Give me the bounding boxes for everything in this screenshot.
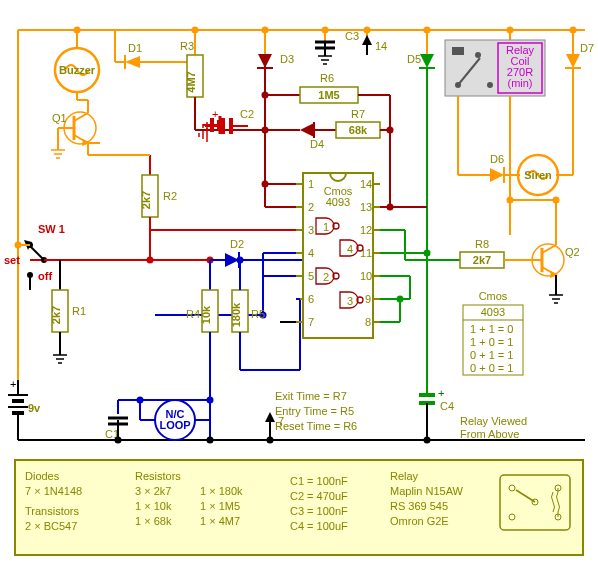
svg-point-199 [387, 204, 394, 211]
svg-point-204 [424, 250, 431, 257]
svg-text:13: 13 [360, 201, 372, 213]
c3-label: C3 [345, 30, 359, 42]
svg-text:Cmos: Cmos [479, 290, 508, 302]
sw-set-label: set [4, 254, 20, 266]
svg-text:5: 5 [308, 270, 314, 282]
svg-text:1: 1 [323, 221, 329, 233]
svg-text:7: 7 [308, 316, 314, 328]
r2-label: R2 [163, 190, 177, 202]
svg-text:LOOP: LOOP [159, 419, 190, 431]
r4-label: R4 [186, 308, 200, 320]
note-reset: Reset Time = R6 [275, 420, 357, 432]
svg-text:C4 =  100uF: C4 = 100uF [290, 520, 348, 532]
svg-point-69 [387, 127, 394, 134]
svg-text:1: 1 [308, 178, 314, 190]
note-exit: Exit Time = R7 [275, 390, 347, 402]
svg-text:10: 10 [360, 270, 372, 282]
bom-trans-h: Transistors [25, 505, 79, 517]
svg-text:14: 14 [360, 178, 372, 190]
svg-text:3: 3 [308, 224, 314, 236]
svg-point-254 [267, 437, 274, 444]
q2-label: Q2 [565, 246, 580, 258]
svg-point-252 [115, 437, 122, 444]
svg-point-34 [475, 52, 481, 58]
svg-text:1 + 1 = 0: 1 + 1 = 0 [470, 323, 513, 335]
svg-text:8: 8 [365, 316, 371, 328]
svg-text:Omron      G2E: Omron G2E [390, 515, 449, 527]
svg-point-64 [424, 27, 431, 34]
svg-text:+: + [438, 387, 444, 399]
bom-relay-h: Relay [390, 470, 419, 482]
d2-label: D2 [230, 238, 244, 250]
svg-text:4: 4 [308, 247, 314, 259]
svg-point-59 [74, 27, 81, 34]
svg-text:2: 2 [323, 271, 329, 283]
r8-value: 2k7 [473, 254, 491, 266]
sw1-label: SW 1 [38, 223, 65, 235]
svg-text:2: 2 [308, 201, 314, 213]
siren-label: Siren [524, 169, 552, 181]
ic-part: 4093 [326, 196, 350, 208]
svg-text:C1 =  100nF: C1 = 100nF [290, 475, 348, 487]
svg-point-187 [262, 181, 269, 188]
note-entry: Entry Time = R5 [275, 405, 354, 417]
svg-point-60 [192, 27, 199, 34]
svg-text:1 ×  68k: 1 × 68k [135, 515, 172, 527]
svg-rect-37 [452, 47, 464, 55]
note-relayview2: From Above [460, 428, 519, 440]
r5-value: 180k [230, 302, 242, 327]
battery-label: 9v [28, 402, 41, 414]
svg-point-253 [207, 437, 214, 444]
svg-text:7 ×  1N4148: 7 × 1N4148 [25, 485, 82, 497]
svg-point-236 [207, 397, 214, 404]
svg-point-63 [364, 27, 371, 34]
svg-text:3: 3 [347, 295, 353, 307]
svg-point-62 [322, 27, 329, 34]
r5-label: R5 [251, 308, 265, 320]
svg-text:4: 4 [347, 243, 353, 255]
svg-point-210 [397, 296, 404, 303]
d1-label: D1 [128, 42, 142, 54]
d4-label: D4 [310, 138, 324, 150]
svg-text:1 ×  4M7: 1 × 4M7 [200, 515, 240, 527]
svg-text:4093: 4093 [481, 306, 505, 318]
svg-text:Maplin  N15AW: Maplin N15AW [390, 485, 464, 497]
svg-text:+: + [10, 378, 16, 390]
sw-off-label: off [38, 270, 52, 282]
svg-point-251 [424, 437, 431, 444]
r3-label: R3 [180, 40, 194, 52]
d3-label: D3 [280, 53, 294, 65]
d5-label: D5 [407, 53, 421, 65]
svg-text:12: 12 [360, 224, 372, 236]
r6-value: 1M5 [318, 89, 339, 101]
svg-point-285 [15, 242, 22, 249]
svg-point-241 [137, 397, 144, 404]
r1-value: 2k7 [50, 306, 62, 324]
relay-l4: (min) [507, 77, 532, 89]
r8-label: R8 [475, 238, 489, 250]
r6-label: R6 [320, 72, 334, 84]
svg-text:RS        369 545: RS 369 545 [390, 500, 448, 512]
svg-text:1 ×  180k: 1 × 180k [200, 485, 243, 497]
svg-text:1 ×  10k: 1 × 10k [135, 500, 172, 512]
r7-value: 68k [349, 124, 368, 136]
r1-label: R1 [72, 305, 86, 317]
r3-value: 4M7 [185, 71, 197, 92]
svg-text:1 ×  1M5: 1 × 1M5 [200, 500, 240, 512]
svg-point-67 [262, 92, 269, 99]
note-relayview1: Relay Viewed [460, 415, 527, 427]
svg-point-145 [237, 257, 244, 264]
r7-label: R7 [351, 108, 365, 120]
bom-res-h: Resistors [135, 470, 181, 482]
c4-label: C4 [440, 400, 454, 412]
svg-text:9: 9 [365, 293, 371, 305]
d6-label: D6 [490, 153, 504, 165]
svg-text:Q1: Q1 [52, 112, 67, 124]
svg-point-35 [487, 82, 493, 88]
svg-text:C2 =  470uF: C2 = 470uF [290, 490, 348, 502]
pin14-label: 14 [375, 40, 387, 52]
c2-label: C2 [240, 108, 254, 120]
svg-text:1 + 0 = 1: 1 + 0 = 1 [470, 336, 513, 348]
buzzer-label: Buzzer [59, 64, 96, 76]
r4-value: 10k [200, 305, 212, 324]
